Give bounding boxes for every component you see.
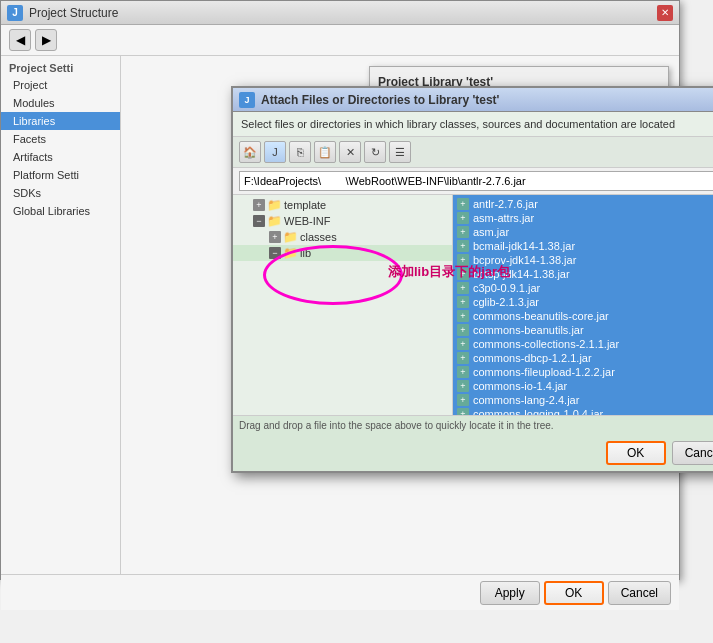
list-item-asm-attrs[interactable]: + asm-attrs.jar — [453, 211, 713, 225]
sidebar-item-sdks[interactable]: SDKs — [1, 184, 120, 202]
forward-button[interactable]: ▶ — [35, 29, 57, 51]
list-item-bcmail[interactable]: + bcmail-jdk14-1.38.jar — [453, 239, 713, 253]
folder-icon-classes: 📁 — [283, 230, 298, 244]
list-item-lang[interactable]: + commons-lang-2.4.jar — [453, 393, 713, 407]
expand-icon-webinf: − — [253, 215, 265, 227]
copy-button[interactable]: ⎘ — [289, 141, 311, 163]
refresh-button[interactable]: ↻ — [364, 141, 386, 163]
list-expand-icon: + — [457, 198, 469, 210]
attach-dialog-subtitle: Select files or directories in which lib… — [233, 112, 713, 137]
path-bar: 📁 — [233, 168, 713, 195]
sidebar-item-project[interactable]: Project — [1, 76, 120, 94]
bottom-toolbar: Apply OK Cancel — [1, 574, 679, 610]
tree-item-classes[interactable]: + 📁 classes — [233, 229, 452, 245]
window-title: Project Structure — [29, 6, 657, 20]
app-icon: J — [7, 5, 23, 21]
list-item-bctsp[interactable]: + bctsp-jdk14-1.38.jar — [453, 267, 713, 281]
sidebar-item-platform[interactable]: Platform Setti — [1, 166, 120, 184]
tree-item-webinf[interactable]: − 📁 WEB-INF — [233, 213, 452, 229]
home-button[interactable]: 🏠 — [239, 141, 261, 163]
title-bar: J Project Structure ✕ — [1, 1, 679, 25]
main-area: Project Library 'test' Name: + ⚙ 📁 − 📁 t… — [121, 56, 679, 574]
list-item-fileupload[interactable]: + commons-fileupload-1.2.2.jar — [453, 365, 713, 379]
main-ok-button[interactable]: OK — [544, 581, 604, 605]
attach-dialog-title: Attach Files or Directories to Library '… — [261, 93, 713, 107]
nav-row: ◀ ▶ — [1, 25, 679, 56]
list-item-cglib[interactable]: + cglib-2.1.3.jar — [453, 295, 713, 309]
paste-button[interactable]: 📋 — [314, 141, 336, 163]
main-cancel-button[interactable]: Cancel — [608, 581, 671, 605]
folder-icon-webinf: 📁 — [267, 214, 282, 228]
back-button[interactable]: ◀ — [9, 29, 31, 51]
idea-button[interactable]: J — [264, 141, 286, 163]
file-tree-left[interactable]: + 📁 template − 📁 WEB-INF + — [233, 195, 453, 415]
sidebar-item-libraries[interactable]: Libraries — [1, 112, 120, 130]
sidebar: Project Setti Project Modules Libraries … — [1, 56, 121, 574]
sidebar-item-modules[interactable]: Modules — [1, 94, 120, 112]
list-button[interactable]: ☰ — [389, 141, 411, 163]
content-area: Project Setti Project Modules Libraries … — [1, 56, 679, 574]
list-item-c3p0[interactable]: + c3p0-0.9.1.jar — [453, 281, 713, 295]
tree-item-lib[interactable]: − 📁 lib — [233, 245, 452, 261]
main-window: J Project Structure ✕ ◀ ▶ Project Setti … — [0, 0, 680, 580]
delete-button[interactable]: ✕ — [339, 141, 361, 163]
list-item-logging[interactable]: + commons-logging-1.0.4.jar — [453, 407, 713, 415]
cancel-button[interactable]: Cancel — [672, 441, 713, 465]
list-expand-icon-3: + — [457, 226, 469, 238]
sidebar-item-global[interactable]: Global Libraries — [1, 202, 120, 220]
sidebar-item-facets[interactable]: Facets — [1, 130, 120, 148]
window-close-button[interactable]: ✕ — [657, 5, 673, 21]
folder-icon-template: 📁 — [267, 198, 282, 212]
list-item-io[interactable]: + commons-io-1.4.jar — [453, 379, 713, 393]
list-item-collections[interactable]: + commons-collections-2.1.1.jar — [453, 337, 713, 351]
list-item-beanutils[interactable]: + commons-beanutils.jar — [453, 323, 713, 337]
list-item-dbcp[interactable]: + commons-dbcp-1.2.1.jar — [453, 351, 713, 365]
file-list-right[interactable]: + antlr-2.7.6.jar + asm-attrs.jar + asm.… — [453, 195, 713, 415]
expand-icon: + — [253, 199, 265, 211]
attach-dialog-footer: Drag and drop a file into the space abov… — [233, 415, 713, 435]
sidebar-section-label: Project Setti — [1, 56, 120, 76]
list-expand-icon-2: + — [457, 212, 469, 224]
folder-icon-lib: 📁 — [283, 246, 298, 260]
attach-dialog-buttons: OK Cancel Help — [233, 435, 713, 471]
attach-dialog-icon: J — [239, 92, 255, 108]
attach-dialog-title-bar: J Attach Files or Directories to Library… — [233, 88, 713, 112]
list-item-bcprov[interactable]: + bcprov-jdk14-1.38.jar — [453, 253, 713, 267]
tree-item-template[interactable]: + 📁 template — [233, 197, 452, 213]
expand-icon-lib: − — [269, 247, 281, 259]
list-item-beanutils-core[interactable]: + commons-beanutils-core.jar — [453, 309, 713, 323]
file-tree-area: + 📁 template − 📁 WEB-INF + — [233, 195, 713, 415]
expand-icon-classes: + — [269, 231, 281, 243]
attach-dialog: J Attach Files or Directories to Library… — [231, 86, 713, 473]
list-item-antlr[interactable]: + antlr-2.7.6.jar — [453, 197, 713, 211]
ok-button[interactable]: OK — [606, 441, 666, 465]
attach-dialog-toolbar: 🏠 J ⎘ 📋 ✕ ↻ ☰ Hide path — [233, 137, 713, 168]
list-item-asm[interactable]: + asm.jar — [453, 225, 713, 239]
path-input[interactable] — [239, 171, 713, 191]
sidebar-item-artifacts[interactable]: Artifacts — [1, 148, 120, 166]
apply-button[interactable]: Apply — [480, 581, 540, 605]
